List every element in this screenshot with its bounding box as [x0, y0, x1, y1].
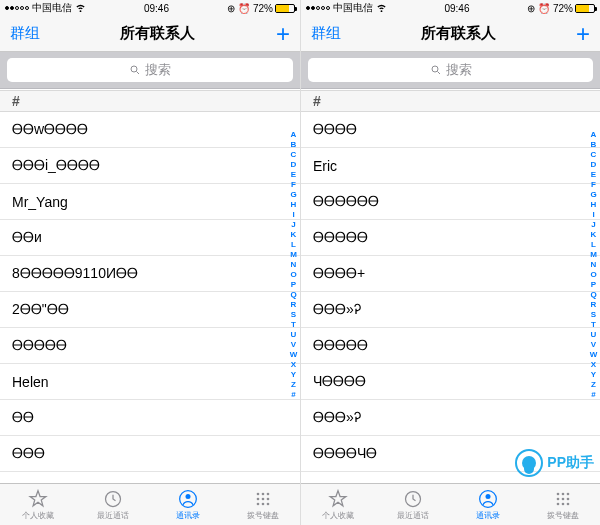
- list-item[interactable]: 2ᎾᎾ"ᎾᎾ: [0, 292, 300, 328]
- index-letter[interactable]: D: [588, 160, 599, 170]
- tab-favorites[interactable]: 个人收藏: [0, 484, 75, 525]
- search-input[interactable]: 搜索: [308, 58, 593, 82]
- index-letter[interactable]: Y: [288, 370, 299, 380]
- index-letter[interactable]: W: [288, 350, 299, 360]
- index-letter[interactable]: M: [588, 250, 599, 260]
- list-item[interactable]: ᎾᎾᎾᎾ"±: [301, 472, 600, 483]
- list-item[interactable]: ᎾᎾwᎾᎾᎾᎾ: [0, 112, 300, 148]
- list-item[interactable]: ᎾᎾ: [0, 400, 300, 436]
- index-letter[interactable]: I: [588, 210, 599, 220]
- groups-button[interactable]: 群组: [311, 24, 341, 43]
- index-letter[interactable]: X: [588, 360, 599, 370]
- tab-keypad[interactable]: 拨号键盘: [525, 484, 600, 525]
- index-letter[interactable]: R: [588, 300, 599, 310]
- add-contact-button[interactable]: +: [276, 22, 290, 46]
- index-letter[interactable]: O: [588, 270, 599, 280]
- index-letter[interactable]: H: [588, 200, 599, 210]
- tab-recents[interactable]: 最近通话: [376, 484, 451, 525]
- index-letter[interactable]: C: [288, 150, 299, 160]
- groups-button[interactable]: 群组: [10, 24, 40, 43]
- tab-favorites[interactable]: 个人收藏: [301, 484, 376, 525]
- list-item[interactable]: ᎾᎾᎾᎾᎾ: [301, 220, 600, 256]
- tab-recents[interactable]: 最近通话: [75, 484, 150, 525]
- index-letter[interactable]: D: [288, 160, 299, 170]
- index-letter[interactable]: K: [288, 230, 299, 240]
- list-item[interactable]: ᎾᎾᎾᎾᎾᎾ: [301, 184, 600, 220]
- index-letter[interactable]: J: [288, 220, 299, 230]
- list-item[interactable]: ᎾᎾᎾᎾᎾ: [0, 328, 300, 364]
- list-item[interactable]: Mr_Yang: [0, 184, 300, 220]
- index-letter[interactable]: A: [588, 130, 599, 140]
- index-letter[interactable]: K: [588, 230, 599, 240]
- list-item[interactable]: ᎾᎾᎾi_ᎾᎾᎾᎾ: [0, 148, 300, 184]
- index-letter[interactable]: B: [288, 140, 299, 150]
- list-item[interactable]: 8ᎾᎾᎾᎾᎾ9110ИᎾᎾ: [0, 256, 300, 292]
- index-letter[interactable]: Q: [288, 290, 299, 300]
- list-item[interactable]: ЧᎾᎾᎾᎾ: [301, 364, 600, 400]
- list-item[interactable]: ᎾᎾᎾᎾЧᎾ: [301, 436, 600, 472]
- index-letter[interactable]: P: [588, 280, 599, 290]
- index-letter[interactable]: S: [588, 310, 599, 320]
- svg-point-0: [131, 66, 137, 72]
- index-letter[interactable]: T: [288, 320, 299, 330]
- search-input[interactable]: 搜索: [7, 58, 293, 82]
- contacts-list[interactable]: # ᎾᎾwᎾᎾᎾᎾ ᎾᎾᎾi_ᎾᎾᎾᎾ Mr_Yang ᎾᎾи 8ᎾᎾᎾᎾᎾ91…: [0, 90, 300, 483]
- index-letter[interactable]: Y: [588, 370, 599, 380]
- tab-keypad[interactable]: 拨号键盘: [225, 484, 300, 525]
- index-letter[interactable]: W: [588, 350, 599, 360]
- index-letter[interactable]: U: [588, 330, 599, 340]
- index-letter[interactable]: H: [288, 200, 299, 210]
- contacts-list[interactable]: # ᎾᎾᎾᎾ Eric ᎾᎾᎾᎾᎾᎾ ᎾᎾᎾᎾᎾ ᎾᎾᎾᎾ+ ᎾᎾᎾ»Ꭾ ᎾᎾᎾ…: [301, 90, 600, 483]
- index-letter[interactable]: O: [288, 270, 299, 280]
- alpha-index[interactable]: ABCDEFGHIJKLMNOPQRSTUVWXYZ#: [288, 130, 299, 475]
- list-item[interactable]: ᎾᎾᎾᎾᎾ: [301, 328, 600, 364]
- index-letter[interactable]: J: [588, 220, 599, 230]
- list-item[interactable]: ᎾᎾᎾ: [0, 436, 300, 472]
- index-letter[interactable]: #: [588, 390, 599, 400]
- svg-line-15: [437, 72, 440, 75]
- index-letter[interactable]: N: [588, 260, 599, 270]
- index-letter[interactable]: N: [288, 260, 299, 270]
- list-item[interactable]: Eric: [301, 148, 600, 184]
- index-letter[interactable]: Q: [588, 290, 599, 300]
- index-letter[interactable]: F: [588, 180, 599, 190]
- index-letter[interactable]: E: [588, 170, 599, 180]
- index-letter[interactable]: P: [288, 280, 299, 290]
- battery-pct: 72%: [553, 3, 573, 14]
- index-letter[interactable]: Z: [588, 380, 599, 390]
- add-contact-button[interactable]: +: [576, 22, 590, 46]
- index-letter[interactable]: I: [288, 210, 299, 220]
- index-letter[interactable]: T: [588, 320, 599, 330]
- alpha-index[interactable]: ABCDEFGHIJKLMNOPQRSTUVWXYZ#: [588, 130, 599, 475]
- index-letter[interactable]: B: [588, 140, 599, 150]
- list-item[interactable]: ᎾᎾᎾᎾ+: [301, 256, 600, 292]
- index-letter[interactable]: S: [288, 310, 299, 320]
- index-letter[interactable]: X: [288, 360, 299, 370]
- index-letter[interactable]: G: [588, 190, 599, 200]
- index-letter[interactable]: A: [288, 130, 299, 140]
- index-letter[interactable]: V: [588, 340, 599, 350]
- index-letter[interactable]: C: [588, 150, 599, 160]
- index-letter[interactable]: F: [288, 180, 299, 190]
- list-item[interactable]: ᎾᎾᎾ»Ꭾ: [301, 292, 600, 328]
- index-letter[interactable]: M: [288, 250, 299, 260]
- tab-contacts[interactable]: 通讯录: [150, 484, 225, 525]
- svg-point-20: [561, 492, 564, 495]
- index-letter[interactable]: R: [288, 300, 299, 310]
- index-letter[interactable]: #: [288, 390, 299, 400]
- index-letter[interactable]: G: [288, 190, 299, 200]
- search-placeholder: 搜索: [446, 61, 472, 79]
- index-letter[interactable]: L: [588, 240, 599, 250]
- index-letter[interactable]: L: [288, 240, 299, 250]
- list-item[interactable]: Helen: [0, 364, 300, 400]
- svg-point-25: [556, 502, 559, 505]
- index-letter[interactable]: V: [288, 340, 299, 350]
- list-item[interactable]: ᎾᎾᎾ»Ꭾ: [301, 400, 600, 436]
- index-letter[interactable]: E: [288, 170, 299, 180]
- list-item[interactable]: ᎾᎾᎾᎾ: [301, 112, 600, 148]
- index-letter[interactable]: Z: [288, 380, 299, 390]
- tab-contacts[interactable]: 通讯录: [451, 484, 526, 525]
- list-item[interactable]: ᎾᎾи: [0, 220, 300, 256]
- list-item[interactable]: ᎾᎾᎾᎾᎾᎾ: [0, 472, 300, 483]
- index-letter[interactable]: U: [288, 330, 299, 340]
